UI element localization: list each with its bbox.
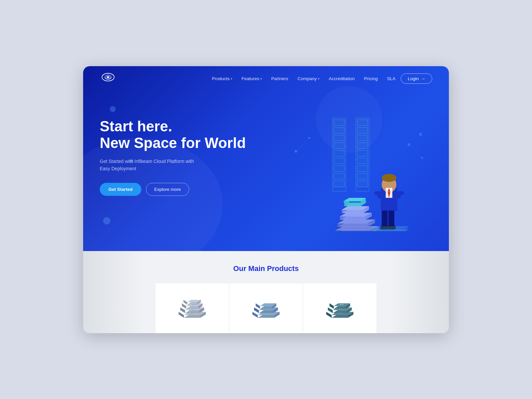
svg-point-59 [382, 174, 396, 182]
svg-rect-15 [357, 127, 368, 133]
svg-marker-65 [370, 229, 408, 231]
nav-item-company[interactable]: Company ▾ [298, 76, 320, 81]
logo[interactable] [100, 72, 116, 85]
nav-item-partners[interactable]: Partners [271, 76, 288, 81]
nav-item-products[interactable]: Products ▾ [212, 76, 232, 81]
product-card-1[interactable] [156, 283, 229, 333]
products-heading: Our Main Products [83, 264, 449, 273]
svg-marker-94 [184, 300, 187, 305]
nav-link-pricing[interactable]: Pricing [364, 76, 378, 81]
nav-link-company[interactable]: Company ▾ [298, 76, 320, 81]
svg-line-73 [296, 138, 309, 151]
nav-link-partners[interactable]: Partners [271, 76, 288, 81]
svg-rect-114 [268, 304, 270, 305]
navigation: Products ▾ Features ▾ Partners Company [83, 66, 449, 91]
server-illustration [269, 111, 429, 231]
chevron-down-icon: ▾ [231, 77, 232, 80]
nav-link-features[interactable]: Features ▾ [242, 76, 262, 81]
svg-rect-14 [357, 120, 368, 126]
svg-marker-88 [182, 303, 186, 309]
svg-rect-9 [334, 158, 344, 164]
svg-rect-7 [334, 143, 344, 149]
svg-rect-6 [334, 135, 344, 141]
svg-marker-68 [370, 226, 408, 229]
nav-item-features[interactable]: Features ▾ [242, 76, 262, 81]
hero-section: Products ▾ Features ▾ Partners Company [83, 66, 449, 251]
svg-rect-4 [334, 120, 344, 126]
svg-rect-51 [382, 210, 388, 227]
server-icon-2 [249, 293, 283, 323]
svg-marker-128 [330, 303, 334, 309]
svg-rect-52 [388, 210, 394, 227]
svg-marker-116 [326, 312, 332, 318]
svg-point-49 [343, 198, 366, 206]
product-card-3[interactable] [303, 283, 376, 333]
svg-rect-12 [334, 181, 344, 187]
svg-rect-18 [357, 150, 368, 156]
svg-marker-76 [179, 312, 184, 318]
products-grid [83, 283, 449, 333]
svg-marker-104 [254, 307, 259, 313]
svg-rect-113 [266, 304, 267, 305]
svg-marker-110 [256, 303, 260, 309]
nav-link-accreditation[interactable]: Accreditation [329, 76, 355, 81]
login-button[interactable]: Login → [401, 73, 432, 84]
hero-subtext: Get Started with Infibeam Cloud Platform… [100, 158, 200, 173]
nav-item-sla[interactable]: SLA [387, 76, 396, 81]
nav-link-products[interactable]: Products ▾ [212, 76, 232, 81]
products-section: Our Main Products [83, 251, 449, 333]
svg-rect-131 [340, 304, 341, 305]
product-card-2[interactable] [229, 283, 303, 333]
nav-item-accreditation[interactable]: Accreditation [329, 76, 355, 81]
hero-headline: Start here. New Space for World [100, 118, 266, 152]
svg-rect-19 [357, 158, 368, 164]
svg-rect-22 [357, 181, 368, 187]
server-icon-3 [323, 293, 356, 323]
svg-marker-122 [328, 307, 333, 313]
arrow-right-icon: → [421, 76, 426, 81]
hero-illustration [266, 105, 432, 231]
nav-item-pricing[interactable]: Pricing [364, 76, 378, 81]
get-started-button[interactable]: Get Started [100, 183, 141, 196]
hero-text: Start here. New Space for World Get Star… [100, 105, 266, 196]
svg-rect-21 [357, 173, 368, 179]
explore-more-button[interactable]: Explore more [146, 183, 189, 196]
svg-rect-8 [334, 150, 344, 156]
svg-rect-17 [357, 143, 368, 149]
hero-content: Start here. New Space for World Get Star… [83, 91, 449, 251]
server-icon-1 [176, 293, 209, 323]
browser-window: Products ▾ Features ▾ Partners Company [83, 66, 449, 333]
chevron-down-icon: ▾ [318, 77, 320, 80]
logo-icon [100, 72, 116, 85]
svg-point-2 [107, 76, 109, 78]
nav-link-sla[interactable]: SLA [387, 76, 396, 81]
chevron-down-icon: ▾ [260, 77, 262, 80]
svg-rect-5 [334, 127, 344, 133]
hero-buttons: Get Started Explore more [100, 183, 266, 196]
svg-rect-11 [334, 173, 344, 179]
svg-rect-20 [357, 166, 368, 172]
svg-marker-98 [252, 312, 258, 318]
svg-rect-132 [342, 304, 343, 305]
svg-marker-82 [180, 307, 185, 313]
nav-links: Products ▾ Features ▾ Partners Company [212, 76, 395, 81]
svg-rect-16 [357, 135, 368, 141]
svg-rect-10 [334, 166, 344, 172]
svg-line-74 [409, 145, 422, 158]
